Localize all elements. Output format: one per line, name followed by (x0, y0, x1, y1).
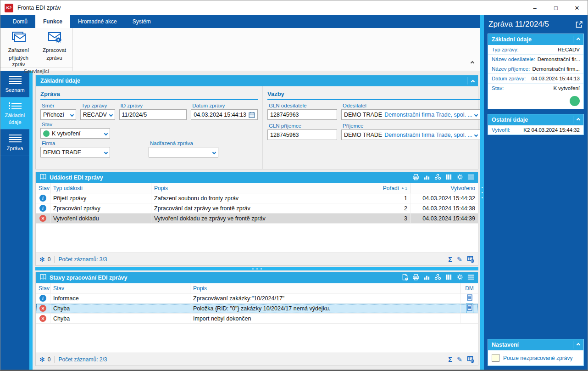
edit-icon[interactable]: ✎ (457, 356, 462, 363)
minimize-button[interactable]: – (524, 0, 545, 15)
sort-asc-icon: ▲ (401, 186, 405, 190)
table-row[interactable]: i Zpracování zprávy Zpracování dat zpráv… (36, 203, 478, 214)
chevron-down-icon[interactable] (102, 132, 107, 135)
open-external-icon[interactable] (575, 21, 583, 28)
preview-other-card: Ostatní údaje Vytvořil:K2 04.03.2024 15:… (488, 114, 584, 135)
chevron-down-icon[interactable] (211, 151, 216, 154)
chevron-down-icon[interactable] (472, 134, 477, 136)
document-icon[interactable] (467, 294, 472, 302)
list-icon (1, 135, 28, 142)
columns-icon[interactable] (445, 174, 452, 182)
partner-link[interactable]: Demonstrační firma Trade, spol. ... (384, 112, 472, 118)
table-add-icon[interactable] (467, 356, 474, 363)
zpracovat-zpravu-button[interactable]: Zpracovat zprávu (38, 30, 72, 67)
gear-icon[interactable] (456, 174, 463, 182)
columns-icon[interactable] (445, 274, 452, 282)
table-add-icon[interactable] (467, 256, 474, 263)
preview-panel: Zpráva 11/2024/5 Základní údaje Typ zprá… (484, 15, 588, 370)
column-header[interactable]: DM (461, 283, 478, 293)
unprocessed-only-checkbox[interactable] (492, 354, 499, 362)
tab-funkce[interactable]: Funkce (35, 15, 70, 28)
preview-row: Typ zprávy:RECADV (488, 45, 583, 55)
events-table-header: Stav Typ události Popis Pořadí▲1 Vytvoře… (36, 183, 478, 193)
chevron-down-icon[interactable] (107, 113, 112, 116)
calendar-icon[interactable] (246, 112, 255, 118)
sidebar-item-zprava[interactable]: Zpráva (0, 129, 29, 156)
table-row[interactable]: i Přijetí zprávy Zařazení souboru do fro… (36, 193, 478, 203)
nadrazena-zprava-combobox[interactable] (149, 147, 218, 157)
firma-combobox[interactable]: DEMO TRADE (40, 147, 110, 157)
gear-icon[interactable] (456, 274, 463, 282)
column-header[interactable]: Stav (36, 283, 50, 293)
chevron-down-icon[interactable] (68, 113, 73, 116)
error-icon: ✕ (39, 305, 46, 312)
column-header[interactable]: Popis (190, 283, 461, 293)
menu-icon[interactable] (467, 274, 474, 282)
sum-icon[interactable]: Σ (448, 356, 452, 363)
related-clover-icon[interactable] (434, 174, 441, 182)
field-label: ID zprávy (121, 103, 187, 108)
collapse-card-button[interactable] (573, 36, 580, 43)
ribbon-collapse-button[interactable] (471, 58, 474, 66)
table-row[interactable]: i Informace Zpracovávaní zakázky:"10/202… (36, 293, 478, 304)
auto-refresh-icon[interactable]: ✻ (39, 256, 45, 263)
close-button[interactable]: ✕ (566, 0, 588, 15)
stav-combobox[interactable]: K vytvoření (40, 128, 110, 139)
chevron-down-icon[interactable] (102, 151, 107, 154)
menu-icon[interactable] (467, 174, 474, 182)
tab-domu[interactable]: Domů (5, 15, 35, 28)
print-icon[interactable] (412, 174, 419, 182)
vertical-splitter[interactable] (480, 15, 484, 370)
document-icon[interactable] (467, 304, 472, 312)
column-header-sorted[interactable]: Pořadí▲1 (369, 183, 410, 193)
preview-row: Vytvořil:K2 04.03.2024 15:44:32 (488, 125, 583, 135)
column-header[interactable]: Typ události (50, 183, 151, 193)
auto-refresh-icon[interactable]: ✻ (39, 356, 45, 363)
chart-icon[interactable] (423, 274, 430, 282)
chart-icon[interactable] (423, 174, 430, 182)
window-title: Fronta EDI zpráv (17, 5, 61, 11)
zarazeni-prijatych-zprav-button[interactable]: Zařazení přijatých zpráv (2, 30, 36, 67)
column-header[interactable]: Stav (50, 283, 190, 293)
typ-zpravy-combobox[interactable]: RECADV (80, 109, 115, 120)
sidebar-item-zakladni-udaje[interactable]: Základní údaje (0, 97, 29, 129)
status-green-icon (570, 96, 580, 106)
gln-odesilatele-input[interactable]: 128745963 (267, 109, 337, 120)
column-header[interactable]: Stav (36, 183, 50, 193)
mail-stack-icon (11, 30, 27, 46)
preview-status-row (488, 93, 583, 109)
table-row[interactable]: ✕ Chyba Import nebyl dokončen (36, 314, 478, 324)
collapse-card-button[interactable] (573, 116, 580, 124)
tab-hromadne-akce[interactable]: Hromadné akce (70, 15, 125, 28)
info-icon: i (39, 295, 46, 302)
table-row-selected[interactable]: ✕ Vytvoření dokladu Vytvoření dokladu ze… (36, 214, 478, 224)
related-clover-icon[interactable] (434, 274, 441, 282)
collapse-card-button[interactable] (573, 341, 580, 349)
tab-system[interactable]: Systém (125, 15, 159, 28)
column-header[interactable]: Popis (151, 183, 369, 193)
table-row-selected[interactable]: ✕ Chyba Položka {RID: "0"} zakázky 10/20… (36, 304, 478, 314)
partner-link[interactable]: Demonstrační firma Trade, spol. ... (384, 132, 472, 138)
record-count: Počet záznamů: 3/3 (58, 256, 107, 263)
prijemce-combobox[interactable]: DEMO TRADE Demonstrační firma Trade, spo… (341, 129, 480, 140)
odesilatel-combobox[interactable]: DEMO TRADE Demonstrační firma Trade, spo… (341, 109, 480, 120)
chevron-down-icon[interactable] (472, 113, 477, 116)
smer-combobox[interactable]: Příchozí (40, 109, 76, 120)
column-header[interactable]: Vytvořeno (410, 183, 478, 193)
table-title: Stavy zpracování EDI zprávy (50, 275, 128, 281)
edit-icon[interactable]: ✎ (457, 256, 462, 263)
id-zpravy-input[interactable]: 11/2024/5 (119, 109, 187, 120)
field-label: Typ zprávy (82, 103, 115, 108)
field-label: GLN odesílatele (269, 103, 337, 108)
maximize-button[interactable]: □ (545, 0, 566, 15)
record-count: Počet záznamů: 2/3 (58, 356, 107, 363)
print-icon[interactable] (412, 274, 419, 282)
gln-prijemce-input[interactable]: 128745963 (267, 129, 337, 140)
app-logo-icon: K2 (5, 4, 13, 12)
new-document-icon[interactable] (402, 274, 408, 282)
horizontal-splitter[interactable] (35, 267, 478, 270)
sum-icon[interactable]: Σ (448, 256, 452, 263)
sidebar: Seznam Základní údaje (0, 71, 29, 370)
collapse-panel-icon[interactable] (472, 77, 474, 85)
datum-zpravy-input[interactable]: 04.03.2024 15:44:13 (191, 109, 258, 120)
